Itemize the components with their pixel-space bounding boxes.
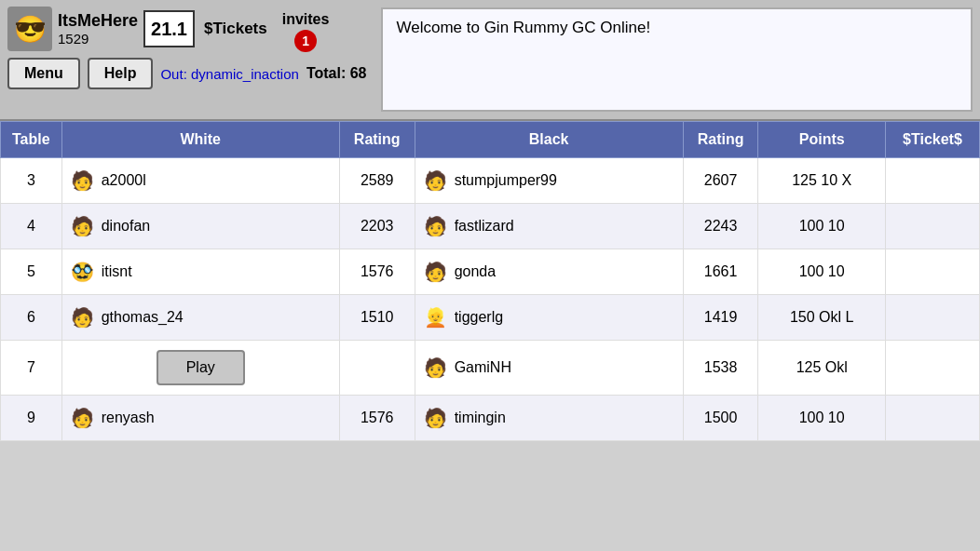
- invites-badge[interactable]: 1: [294, 30, 317, 52]
- cell-points: 100 10: [758, 204, 885, 249]
- cell-points: 100 10: [758, 249, 885, 295]
- play-button[interactable]: Play: [157, 350, 245, 385]
- cell-points: 125 10 X: [758, 158, 885, 204]
- black-avatar: 🧑: [423, 355, 449, 381]
- cell-black: 👱tiggerlg: [415, 295, 683, 341]
- col-header-black: Black: [415, 122, 683, 158]
- cell-tickets: [885, 204, 979, 249]
- col-header-rating-black: Rating: [683, 122, 758, 158]
- menu-button[interactable]: Menu: [7, 58, 80, 89]
- invites-section: invites 1: [282, 6, 330, 52]
- cell-white: 🧑renyash: [61, 396, 339, 441]
- cell-tickets: [885, 396, 979, 441]
- col-header-table: Table: [1, 122, 62, 158]
- username: ItsMeHere: [58, 11, 138, 31]
- cell-black: 🧑fastlizard: [415, 204, 683, 249]
- cell-white-rating: 2203: [339, 204, 415, 249]
- invites-label: invites: [282, 11, 330, 28]
- black-name: timingin: [455, 410, 506, 426]
- total-count: Total: 68: [306, 65, 367, 82]
- help-button[interactable]: Help: [88, 58, 154, 89]
- tickets-value: 21.1: [151, 19, 187, 40]
- cell-table-num: 7: [1, 341, 62, 396]
- tickets-label: $Tickets: [204, 20, 267, 38]
- white-name: itisnt: [102, 263, 132, 280]
- col-header-rating-white: Rating: [339, 122, 415, 158]
- table-row[interactable]: 6🧑gthomas_241510👱tiggerlg1419150 Okl L: [1, 295, 980, 341]
- cell-black: 🧑stumpjumper99: [415, 158, 683, 204]
- user-info: ItsMeHere 1529: [58, 11, 138, 47]
- white-avatar: 🥸: [70, 259, 96, 285]
- white-avatar: 🧑: [70, 405, 96, 431]
- white-avatar: 🧑: [70, 168, 96, 194]
- white-name: dinofan: [102, 218, 151, 235]
- welcome-message: Welcome to Gin Rummy GC Online!: [381, 7, 973, 112]
- white-avatar: 🧑: [70, 304, 96, 330]
- tickets-box: 21.1: [143, 10, 195, 47]
- cell-tickets: [885, 158, 979, 204]
- white-avatar: 🧑: [70, 213, 96, 239]
- avatar: 😎: [7, 7, 52, 51]
- header-row2: Menu Help Out: dynamic_inaction Total: 6…: [7, 58, 366, 89]
- cell-black: 🧑gonda: [415, 249, 683, 295]
- black-avatar: 🧑: [423, 405, 449, 431]
- cell-black-rating: 1419: [683, 295, 758, 341]
- black-name: gonda: [455, 263, 497, 280]
- table-body: 3🧑a2000l2589🧑stumpjumper992607125 10 X4🧑…: [1, 158, 980, 441]
- cell-white-rating: 2589: [339, 158, 415, 204]
- cell-tickets: [885, 341, 979, 396]
- black-avatar: 🧑: [423, 259, 449, 285]
- table-row[interactable]: 3🧑a2000l2589🧑stumpjumper992607125 10 X: [1, 158, 980, 204]
- white-name: gthomas_24: [102, 309, 184, 326]
- cell-table-num: 4: [1, 204, 62, 249]
- col-header-tickets: $Ticket$: [885, 122, 979, 158]
- cell-black-rating: 2607: [683, 158, 758, 204]
- cell-table-num: 6: [1, 295, 62, 341]
- black-avatar: 🧑: [423, 168, 449, 194]
- table-row[interactable]: 7Play🧑GamiNH1538125 Okl: [1, 341, 980, 396]
- cell-white-rating: 1576: [339, 249, 415, 295]
- table-row[interactable]: 4🧑dinofan2203🧑fastlizard2243100 10: [1, 204, 980, 249]
- cell-tickets: [885, 249, 979, 295]
- black-avatar: 🧑: [423, 213, 449, 239]
- cell-table-num: 5: [1, 249, 62, 295]
- cell-black: 🧑timingin: [415, 396, 683, 441]
- cell-table-num: 9: [1, 396, 62, 441]
- table-row[interactable]: 9🧑renyash1576🧑timingin1500100 10: [1, 396, 980, 441]
- cell-points: 125 Okl: [758, 341, 885, 396]
- cell-white: 🧑a2000l: [61, 158, 339, 204]
- cell-white: 🧑gthomas_24: [61, 295, 339, 341]
- header-left: 😎 ItsMeHere 1529 21.1 $Tickets invites 1…: [0, 0, 374, 119]
- cell-points: 100 10: [758, 396, 885, 441]
- cell-points: 150 Okl L: [758, 295, 885, 341]
- black-avatar: 👱: [423, 304, 449, 330]
- black-name: stumpjumper99: [455, 172, 557, 189]
- table-row[interactable]: 5🥸itisnt1576🧑gonda1661100 10: [1, 249, 980, 295]
- table-header-row: Table White Rating Black Rating Points $…: [1, 122, 980, 158]
- black-name: fastlizard: [455, 218, 514, 235]
- black-name: GamiNH: [455, 359, 511, 376]
- white-name: renyash: [102, 410, 155, 426]
- cell-black-rating: 1500: [683, 396, 758, 441]
- out-status: Out: dynamic_inaction: [160, 66, 298, 82]
- cell-black: 🧑GamiNH: [415, 341, 683, 396]
- header-row1: 😎 ItsMeHere 1529 21.1 $Tickets invites 1: [7, 6, 366, 52]
- cell-black-rating: 1538: [683, 341, 758, 396]
- cell-tickets: [885, 295, 979, 341]
- user-rating: 1529: [58, 31, 138, 47]
- cell-white-rating: 1510: [339, 295, 415, 341]
- cell-white: 🥸itisnt: [61, 249, 339, 295]
- col-header-white: White: [61, 122, 339, 158]
- col-header-points: Points: [758, 122, 885, 158]
- cell-white-rating: [339, 341, 415, 396]
- cell-table-num: 3: [1, 158, 62, 204]
- cell-white-rating: 1576: [339, 396, 415, 441]
- cell-black-rating: 1661: [683, 249, 758, 295]
- header: 😎 ItsMeHere 1529 21.1 $Tickets invites 1…: [0, 0, 980, 121]
- cell-black-rating: 2243: [683, 204, 758, 249]
- game-table: Table White Rating Black Rating Points $…: [0, 121, 980, 441]
- white-name: a2000l: [102, 172, 146, 189]
- black-name: tiggerlg: [455, 309, 503, 326]
- cell-white: 🧑dinofan: [61, 204, 339, 249]
- cell-white: Play: [61, 341, 339, 396]
